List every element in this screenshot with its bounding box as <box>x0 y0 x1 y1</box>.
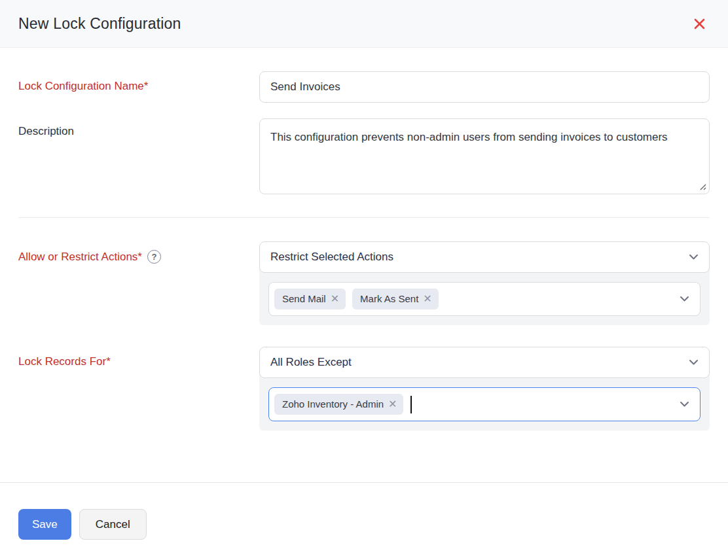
dialog-footer: Save Cancel <box>0 482 728 560</box>
chevron-down-icon <box>689 359 699 366</box>
dialog-body: Lock Configuration Name* Description Thi… <box>0 48 728 482</box>
roles-mode-select[interactable]: All Roles Except <box>259 347 710 378</box>
lock-records-for-label: Lock Records For* <box>18 347 259 368</box>
close-icon <box>693 18 706 30</box>
cancel-button[interactable]: Cancel <box>79 509 147 540</box>
close-button[interactable] <box>691 15 708 33</box>
roles-multiselect[interactable]: Zoho Inventory - Admin ✕ <box>268 387 701 421</box>
chip-send-mail: Send Mail ✕ <box>274 289 346 309</box>
form-row-actions: Allow or Restrict Actions* ? Restrict Se… <box>18 241 710 325</box>
chevron-down-icon <box>689 254 699 260</box>
actions-multiselect[interactable]: Send Mail ✕ Mark As Sent ✕ <box>268 282 701 316</box>
text-cursor <box>410 396 412 413</box>
chip-label: Send Mail <box>282 293 326 304</box>
chip-label: Mark As Sent <box>360 293 418 304</box>
chip-remove-icon[interactable]: ✕ <box>423 294 431 304</box>
chip-zoho-inventory-admin: Zoho Inventory - Admin ✕ <box>274 394 403 415</box>
chevron-down-icon[interactable] <box>680 401 689 408</box>
page-title: New Lock Configuration <box>18 15 181 33</box>
chip-remove-icon[interactable]: ✕ <box>388 399 397 410</box>
new-lock-configuration-dialog: New Lock Configuration Lock Configuratio… <box>0 0 728 560</box>
save-button[interactable]: Save <box>18 509 71 540</box>
form-row-description: Description This configuration prevents … <box>18 118 710 194</box>
roles-mode-selected-value: All Roles Except <box>270 356 352 369</box>
lock-configuration-name-input[interactable] <box>259 71 710 103</box>
dialog-header: New Lock Configuration <box>0 0 728 48</box>
actions-mode-selected-value: Restrict Selected Actions <box>270 251 393 264</box>
chip-label: Zoho Inventory - Admin <box>282 398 384 410</box>
help-icon[interactable]: ? <box>147 250 161 264</box>
chip-mark-as-sent: Mark As Sent ✕ <box>352 289 439 309</box>
description-label: Description <box>18 118 259 138</box>
form-row-name: Lock Configuration Name* <box>18 71 710 103</box>
actions-mode-select[interactable]: Restrict Selected Actions <box>259 241 710 273</box>
allow-restrict-actions-label-wrap: Allow or Restrict Actions* ? <box>18 241 259 264</box>
lock-configuration-name-label: Lock Configuration Name* <box>18 71 259 93</box>
allow-restrict-actions-label: Allow or Restrict Actions* <box>18 251 142 264</box>
roles-panel: Zoho Inventory - Admin ✕ <box>259 374 710 430</box>
actions-panel: Send Mail ✕ Mark As Sent ✕ <box>259 269 710 325</box>
chevron-down-icon[interactable] <box>680 296 689 302</box>
description-textarea[interactable]: This configuration prevents non-admin us… <box>259 118 710 194</box>
section-divider <box>18 217 710 218</box>
chip-remove-icon[interactable]: ✕ <box>331 294 339 304</box>
form-row-roles: Lock Records For* All Roles Except Zoho … <box>18 347 710 430</box>
